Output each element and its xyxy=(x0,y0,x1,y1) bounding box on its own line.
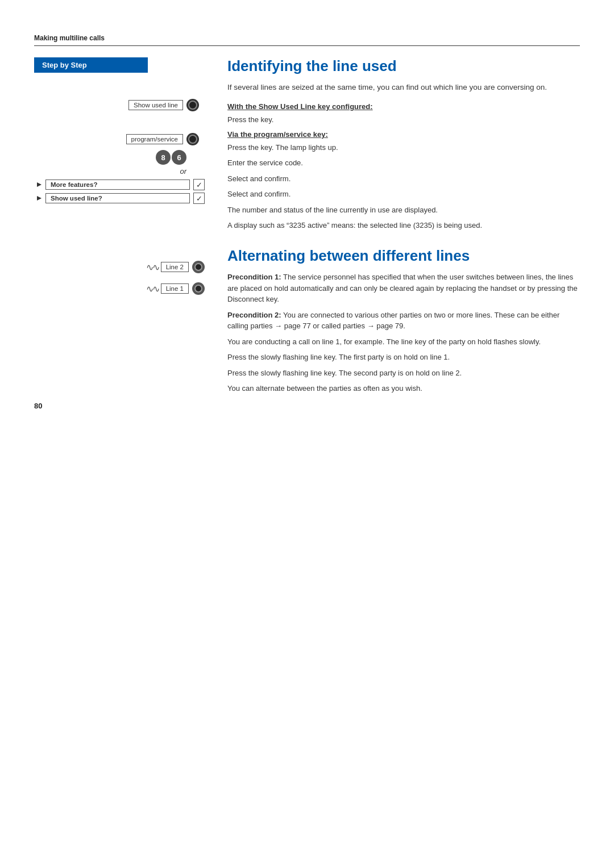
precondition1: Precondition 1: The service personnel ha… xyxy=(227,272,580,305)
line2-row: ∿∿ Line 2 xyxy=(34,261,205,273)
flash-icon-line1: ∿∿ xyxy=(146,283,159,294)
menu-item-more-features-label: More features? xyxy=(45,180,190,190)
section2-outro: You can alternate between the parties as… xyxy=(227,383,580,394)
flash-icon-line2: ∿∿ xyxy=(146,262,159,273)
section1-intro: If several lines are seized at the same … xyxy=(227,82,580,93)
show-used-line-row: Show used line xyxy=(34,99,199,111)
line-section: ∿∿ Line 2 ∿∿ Line 1 xyxy=(34,261,205,295)
section1-result2: A display such as “3235 active” means: t… xyxy=(227,220,580,231)
subsection1-step1: Press the key. xyxy=(227,114,580,126)
page-container: Making multiline calls Step by Step Show… xyxy=(0,0,614,433)
page-header: Making multiline calls xyxy=(34,34,580,46)
code-row: 8 6 xyxy=(34,150,186,165)
show-used-line-label: Show used line xyxy=(128,100,183,110)
menu-checkbox-2: ✓ xyxy=(193,193,205,204)
line2-btn-inner xyxy=(194,263,202,271)
main-layout: Step by Step Show used line program/serv… xyxy=(34,57,580,399)
menu-arrow-icon-2 xyxy=(34,193,44,203)
subsection1-title: With the Show Used Line key configured: xyxy=(227,102,580,111)
program-service-btn[interactable] xyxy=(186,133,199,145)
menu-item-more-features[interactable]: More features? ✓ xyxy=(34,179,205,190)
line2-btn[interactable] xyxy=(192,261,205,273)
line2-label: Line 2 xyxy=(161,262,189,272)
line1-btn-inner xyxy=(194,285,202,293)
program-service-label: program/service xyxy=(126,134,183,144)
step-line1: Press the slowly flashing line key. The … xyxy=(227,368,580,379)
code-circle-8: 8 xyxy=(156,150,171,165)
section1-title: Identifying the line used xyxy=(227,57,580,75)
left-panel: Step by Step Show used line program/serv… xyxy=(34,57,210,399)
section2-intro: You are conducting a call on line 1, for… xyxy=(227,336,580,348)
line1-btn[interactable] xyxy=(192,282,205,295)
or-text: or xyxy=(180,167,186,176)
code-circle-6: 6 xyxy=(172,150,186,165)
btn-inner xyxy=(188,101,197,110)
show-used-line-btn[interactable] xyxy=(186,99,199,111)
menu-arrow-icon xyxy=(34,180,44,190)
or-row: or xyxy=(34,167,186,176)
subsection2-title: Via the program/service key: xyxy=(227,130,580,139)
menu-checkbox-1: ✓ xyxy=(193,179,205,190)
program-service-row: program/service xyxy=(34,133,199,145)
section2-title: Alternating between different lines xyxy=(227,247,580,265)
line1-row: ∿∿ Line 1 xyxy=(34,282,205,295)
menu-item-show-used-line-label: Show used line? xyxy=(45,193,190,203)
menu-item-show-used-line[interactable]: Show used line? ✓ xyxy=(34,193,205,204)
svg-marker-1 xyxy=(37,196,42,201)
precondition2: Precondition 2: You are connected to var… xyxy=(227,310,580,332)
subsection2-step1: Press the key. The lamp lights up. xyxy=(227,142,580,153)
menu-step1: Select and confirm. xyxy=(227,173,580,185)
menu-step2: Select and confirm. xyxy=(227,189,580,200)
header-divider xyxy=(34,45,580,46)
section1-result1: The number and status of the line curren… xyxy=(227,205,580,216)
right-content: Identifying the line used If several lin… xyxy=(210,57,580,399)
step-line2: Press the slowly flashing line key. The … xyxy=(227,352,580,363)
precondition2-label: Precondition 2: xyxy=(227,311,281,319)
svg-marker-0 xyxy=(37,182,42,187)
precondition1-label: Precondition 1: xyxy=(227,273,281,281)
btn-inner2 xyxy=(188,135,197,144)
subsection2-step2: Enter the service code. xyxy=(227,157,580,169)
page-number: 80 xyxy=(34,402,42,410)
step-by-step-box: Step by Step xyxy=(34,57,148,73)
line1-label: Line 1 xyxy=(161,283,189,294)
page-header-title: Making multiline calls xyxy=(34,34,580,42)
